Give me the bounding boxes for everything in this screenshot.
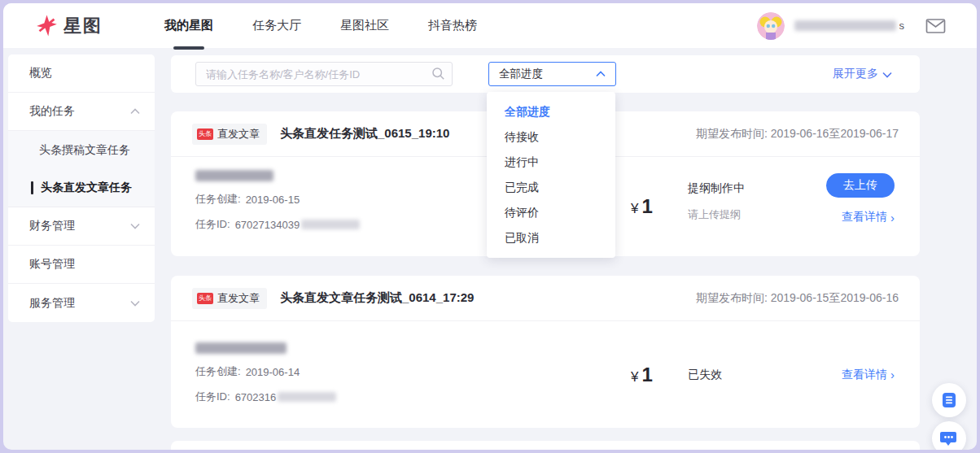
- expand-more-link[interactable]: 展开更多: [833, 67, 892, 81]
- tab-task-hall[interactable]: 任务大厅: [233, 3, 321, 48]
- sidebar: 概览 我的任务 头条撰稿文章任务 头条直发文章任务 财务管理: [3, 48, 160, 322]
- created-date: 2019-06-15: [246, 194, 300, 206]
- currency-symbol: ¥: [631, 201, 638, 216]
- xingtu-logo[interactable]: 星图: [36, 14, 103, 38]
- task-card: 头条 直发文章 头条直发文章任务测试_0614_17:29 期望发布时间: 20…: [171, 276, 920, 428]
- task-price: ¥1: [631, 195, 653, 218]
- task-type-badge: 头条 直发文章: [192, 124, 267, 145]
- blurred-client-name: [195, 170, 273, 181]
- sidebar-item-overview[interactable]: 概览: [8, 54, 155, 93]
- sidebar-item-toutiao-draft-article-task[interactable]: 头条撰稿文章任务: [8, 131, 155, 169]
- dropdown-option-all-progress[interactable]: 全部进度: [487, 99, 615, 124]
- created-label: 任务创建:: [195, 364, 241, 379]
- view-detail-link[interactable]: 查看详情 ›: [842, 210, 895, 224]
- blurred-task-id-tail: [301, 220, 360, 229]
- blurred-username: [794, 20, 896, 31]
- app-window: 星图 我的星图 任务大厅 星图社区 抖音热榜 s: [3, 3, 977, 450]
- active-indicator-bar: [31, 181, 33, 194]
- task-id-value: 6702316: [235, 391, 277, 403]
- task-info-column: 任务创建: 2019-06-15 任务ID: 67027134039: [195, 157, 360, 232]
- chevron-up-icon: [130, 108, 140, 115]
- created-label: 任务创建:: [195, 192, 241, 207]
- tab-xingtu-community[interactable]: 星图社区: [321, 3, 409, 48]
- toutiao-platform-badge: 头条: [197, 128, 213, 140]
- view-detail-label: 查看详情: [842, 368, 887, 382]
- dropdown-option-pending-review[interactable]: 待评价: [487, 200, 615, 225]
- progress-selected-value: 全部进度: [499, 67, 543, 81]
- sidebar-item-label: 头条撰稿文章任务: [39, 143, 130, 158]
- sidebar-menu: 概览 我的任务 头条撰稿文章任务 头条直发文章任务 财务管理: [8, 54, 155, 322]
- chevron-down-icon: [130, 300, 140, 307]
- dropdown-option-pending-accept[interactable]: 待接收: [487, 124, 615, 150]
- chevron-down-icon: [882, 68, 892, 81]
- dropdown-option-cancelled[interactable]: 已取消: [487, 225, 615, 250]
- sidebar-item-toutiao-direct-article-task[interactable]: 头条直发文章任务: [8, 169, 155, 207]
- publish-time-label: 期望发布时间:: [696, 127, 768, 140]
- task-id-row: 任务ID: 67027134039: [195, 217, 360, 232]
- publish-time-range: 2019-06-16至2019-06-17: [771, 127, 899, 140]
- dropdown-option-in-progress[interactable]: 进行中: [487, 150, 615, 175]
- sidebar-item-label: 账号管理: [29, 257, 75, 272]
- sidebar-item-label: 服务管理: [29, 296, 75, 311]
- chevron-right-icon: ›: [890, 211, 895, 224]
- chevron-right-icon: ›: [890, 368, 895, 381]
- task-search: [195, 62, 453, 86]
- task-action-column: 去上传 查看详情 ›: [826, 157, 895, 256]
- view-detail-link[interactable]: 查看详情 ›: [842, 368, 895, 382]
- progress-dropdown-menu: 全部进度 待接收 进行中 已完成 待评价 已取消: [487, 92, 615, 258]
- sidebar-item-label: 我的任务: [29, 104, 75, 119]
- logo-text: 星图: [63, 14, 103, 38]
- status-hint: 请上传提纲: [688, 207, 745, 222]
- sidebar-item-my-tasks[interactable]: 我的任务: [8, 93, 155, 131]
- sidebar-item-label: 头条直发文章任务: [41, 181, 132, 195]
- tab-douyin-hot-list[interactable]: 抖音热榜: [409, 3, 497, 48]
- star-logo-icon: [36, 15, 58, 37]
- dropdown-option-completed[interactable]: 已完成: [487, 175, 615, 200]
- sidebar-item-label: 概览: [29, 66, 52, 81]
- task-created-row: 任务创建: 2019-06-15: [195, 192, 360, 207]
- task-status-column: 已失效: [688, 368, 722, 382]
- status-text: 提纲制作中: [688, 181, 745, 196]
- task-id-label: 任务ID:: [195, 217, 230, 232]
- chevron-up-icon: [596, 71, 606, 77]
- task-card-body: 任务创建: 2019-06-14 任务ID: 6702316 ¥1 已失: [171, 321, 920, 428]
- user-avatar[interactable]: [757, 12, 785, 40]
- created-date: 2019-06-14: [246, 366, 300, 378]
- sidebar-item-service[interactable]: 服务管理: [8, 284, 155, 322]
- main-content: 全部进度 展开更多 全部进度 待接收 进行中 已完成 待评价: [171, 48, 920, 450]
- task-card-partial: [171, 441, 920, 450]
- progress-filter-select[interactable]: 全部进度: [488, 62, 616, 86]
- navbar-user-area: s: [757, 12, 947, 40]
- task-price: ¥1: [631, 364, 653, 386]
- task-created-row: 任务创建: 2019-06-14: [195, 364, 336, 379]
- search-input[interactable]: [195, 62, 453, 86]
- task-title: 头条直发文章任务测试_0614_17:29: [280, 290, 474, 306]
- view-detail-label: 查看详情: [842, 210, 887, 224]
- document-icon: [940, 391, 958, 409]
- task-info-column: 任务创建: 2019-06-14 任务ID: 6702316: [195, 321, 336, 404]
- task-title: 头条直发任务测试_0615_19:10: [280, 126, 449, 142]
- expand-more-label: 展开更多: [833, 67, 878, 81]
- task-status-column: 提纲制作中 请上传提纲: [688, 181, 745, 222]
- expected-publish-time: 期望发布时间: 2019-06-16至2019-06-17: [696, 127, 899, 142]
- task-id-label: 任务ID:: [195, 390, 230, 404]
- sidebar-item-account[interactable]: 账号管理: [8, 246, 155, 284]
- blurred-task-id-tail: [278, 392, 336, 402]
- tab-my-xingtu[interactable]: 我的星图: [145, 3, 233, 48]
- mail-icon[interactable]: [925, 18, 946, 34]
- publish-time-label: 期望发布时间:: [696, 291, 768, 304]
- floating-document-button[interactable]: [932, 383, 966, 417]
- username-suffix: s: [899, 20, 905, 32]
- task-id-row: 任务ID: 6702316: [195, 390, 336, 404]
- currency-symbol: ¥: [631, 369, 638, 385]
- price-amount: 1: [641, 195, 652, 217]
- go-upload-button[interactable]: 去上传: [826, 173, 895, 198]
- price-amount: 1: [641, 364, 652, 385]
- floating-chat-button[interactable]: [932, 421, 966, 450]
- sidebar-item-label: 财务管理: [29, 219, 75, 233]
- sidebar-item-finance[interactable]: 财务管理: [8, 207, 155, 246]
- task-action-column: 查看详情 ›: [842, 368, 895, 382]
- task-id-value: 67027134039: [235, 219, 300, 231]
- toutiao-platform-badge: 头条: [197, 293, 213, 304]
- chevron-down-icon: [130, 223, 140, 229]
